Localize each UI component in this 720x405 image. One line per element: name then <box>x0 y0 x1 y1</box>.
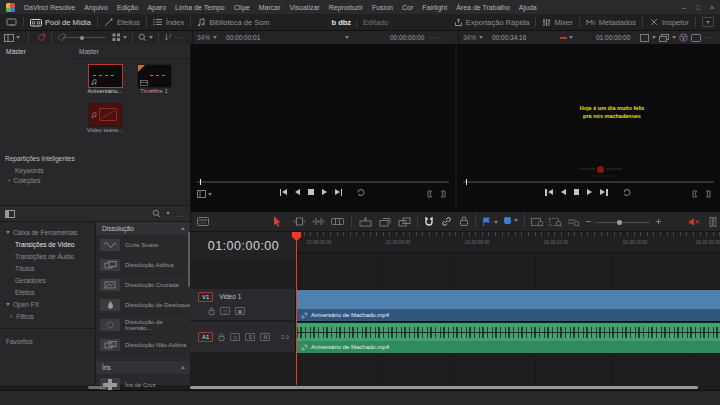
mark-out-icon[interactable] <box>439 190 447 198</box>
close-button[interactable]: × <box>710 4 714 11</box>
insert-clip-icon[interactable] <box>359 217 372 227</box>
biblioteca-de-som-button[interactable]: Biblioteca de Som <box>197 18 269 27</box>
track-lock-icon[interactable] <box>208 307 215 315</box>
mark-out-icon[interactable] <box>704 190 712 198</box>
mark-in-icon[interactable] <box>691 190 699 198</box>
fullscreen-icon[interactable] <box>691 34 701 42</box>
mixer-button[interactable]: Mixer <box>542 18 572 27</box>
media-clip-video-tease[interactable] <box>88 103 123 127</box>
selection-mode-icon[interactable] <box>273 216 282 227</box>
effects-hscrollbar[interactable] <box>88 386 106 389</box>
media-clip-label[interactable]: Video tease... <box>83 127 127 133</box>
color-tag-icon[interactable] <box>37 33 46 42</box>
menu-fairlight[interactable]: Fairlight <box>422 4 447 11</box>
fx-corte-suave[interactable]: Corte Suave <box>96 235 191 255</box>
more-options-icon[interactable] <box>174 34 184 41</box>
pool-de-midia-button[interactable]: Pool de Mídia <box>30 18 91 27</box>
source-scrub-bar[interactable] <box>197 181 449 183</box>
skip-start-icon[interactable] <box>545 189 553 196</box>
timeline-viewer[interactable]: Hoje é um dia muito feliz pra nós machad… <box>455 44 720 212</box>
zoom-detail-icon[interactable] <box>549 217 562 227</box>
category-geradores[interactable]: Geradores <box>0 274 95 286</box>
more-options-icon[interactable] <box>175 205 185 223</box>
search-icon[interactable] <box>152 209 161 218</box>
chevron-down-icon[interactable] <box>149 36 153 39</box>
play-reverse-icon[interactable] <box>295 189 300 195</box>
video-track-badge[interactable]: V1 <box>198 292 213 302</box>
position-lock-icon[interactable] <box>459 216 469 227</box>
minimize-button[interactable]: – <box>682 4 686 11</box>
group-iris-header[interactable]: Íris <box>96 361 191 374</box>
timeline-ruler[interactable]: 01:00:00:00 01:00:04:00 01:00:08:00 01:0… <box>297 232 720 253</box>
chevron-down-icon[interactable] <box>672 36 676 39</box>
stop-icon[interactable] <box>308 189 314 195</box>
source-zoom-level[interactable]: 34% <box>197 34 210 41</box>
loop-icon[interactable] <box>356 188 366 197</box>
group-dissolucao-header[interactable]: Dissolução <box>96 222 191 235</box>
category-filtros[interactable]: ›Filtros <box>0 310 95 322</box>
sort-icon[interactable] <box>164 33 172 42</box>
category-transicoes-de-video[interactable]: Transições de Vídeo <box>0 238 95 250</box>
media-clip-aniversario[interactable] <box>88 64 123 88</box>
fx-dissolucao-aditiva[interactable]: Dissolução Aditiva <box>96 255 191 275</box>
fx-dissolucao-cruzada[interactable]: Dissolução Cruzada <box>96 275 191 295</box>
menu-fusion[interactable]: Fusion <box>372 4 393 11</box>
source-clip-dropdown-icon[interactable] <box>345 36 349 39</box>
inspetor-button[interactable]: Inspetor <box>649 17 689 27</box>
zoom-out-icon[interactable] <box>586 221 591 222</box>
chevron-down-icon[interactable] <box>479 36 483 39</box>
snapping-magnet-icon[interactable] <box>424 216 434 227</box>
menu-davinci-resolve[interactable]: DaVinci Resolve <box>24 4 75 11</box>
panel-dropdown-icon[interactable] <box>702 17 714 27</box>
media-pool-toggle-icon[interactable] <box>6 18 17 27</box>
flag-button[interactable] <box>482 217 498 227</box>
auto-select-button[interactable]: ◻ <box>230 333 240 341</box>
menu-arquivo[interactable]: Arquivo <box>84 4 108 11</box>
chevron-down-icon[interactable] <box>166 212 170 215</box>
multicam-icon[interactable] <box>659 34 669 42</box>
zoom-full-extent-icon[interactable] <box>531 217 544 227</box>
clip-color-dropdown[interactable] <box>560 31 573 44</box>
skip-end-icon[interactable] <box>335 189 343 196</box>
link-clips-icon[interactable] <box>441 216 452 227</box>
mute-audio-icon[interactable] <box>688 217 700 227</box>
solo-button[interactable]: S <box>245 333 255 341</box>
exportacao-rapida-button[interactable]: Exportação Rápida <box>454 18 530 27</box>
source-viewer[interactable] <box>190 44 455 212</box>
media-clip-label[interactable]: Timeline 1 <box>132 88 176 94</box>
video-track-name[interactable]: Video 1 <box>219 293 241 300</box>
safe-area-icon[interactable] <box>640 34 649 42</box>
audio-clip[interactable]: Aniversário de Machado.mp4 <box>297 322 720 354</box>
replace-clip-icon[interactable] <box>398 217 411 227</box>
category-titulos[interactable]: Títulos <box>0 262 95 274</box>
menu-visualizar[interactable]: Visualizar <box>289 4 319 11</box>
metadados-button[interactable]: Metadados <box>586 18 636 27</box>
video-track-header[interactable]: V1 Video 1 ◻ ▦ <box>190 289 296 320</box>
timeline-panel[interactable]: 01:00:00:00 01:00:00:00 01:00:04:00 01:0… <box>190 232 720 385</box>
stop-icon[interactable] <box>574 189 580 195</box>
fx-dissolucao-nao-aditiva[interactable]: Dissolução Não Aditiva <box>96 335 191 355</box>
mute-button[interactable]: M <box>260 333 270 341</box>
smart-bin-keywords[interactable]: Keywords <box>0 167 189 174</box>
media-clip-label[interactable]: Aniversário... <box>83 88 127 94</box>
zoom-in-icon[interactable] <box>656 219 661 224</box>
menu-edicao[interactable]: Edição <box>117 4 138 11</box>
maximize-button[interactable]: □ <box>696 4 700 11</box>
category-transicoes-de-audio[interactable]: Transições de Áudio <box>0 250 95 262</box>
timeline-playhead[interactable] <box>296 232 297 385</box>
chevron-down-icon[interactable] <box>123 36 127 39</box>
efeitos-button[interactable]: Efeitos <box>104 17 140 27</box>
timeline-zoom-level[interactable]: 34% <box>463 34 476 41</box>
chevron-down-icon[interactable] <box>213 36 217 39</box>
chevron-down-icon[interactable] <box>16 36 20 39</box>
timeline-timecode-display[interactable]: 01:00:00:00 <box>190 232 298 260</box>
mark-in-icon[interactable] <box>426 190 434 198</box>
timeline-options-icon[interactable] <box>197 217 209 226</box>
razor-edit-icon[interactable] <box>331 217 344 226</box>
category-caixa-de-ferramentas[interactable]: Caixa de Ferramentas <box>0 226 95 238</box>
trim-mode-icon[interactable] <box>293 217 306 226</box>
menu-marcar[interactable]: Marcar <box>259 4 281 11</box>
menu-linha-de-tempo[interactable]: Linha de Tempo <box>175 4 225 11</box>
bin-layout-icon[interactable] <box>4 34 14 42</box>
audio-track-header[interactable]: A1 ◻ S M 2.0 <box>190 322 296 352</box>
